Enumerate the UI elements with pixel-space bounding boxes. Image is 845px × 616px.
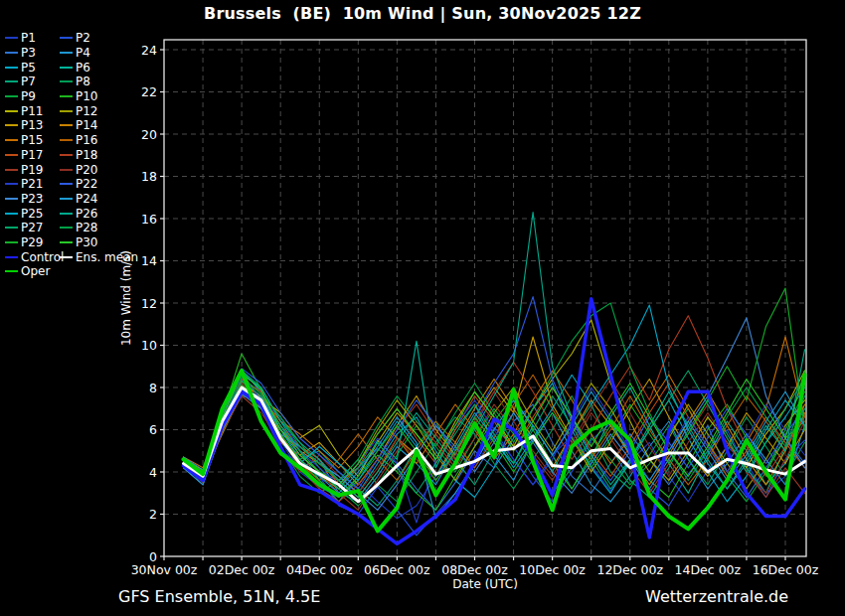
y-tick-label: 0 bbox=[149, 549, 157, 564]
plot-border bbox=[164, 40, 806, 556]
model-info-text: GFS Ensemble, 51N, 4.5E bbox=[118, 587, 320, 606]
x-tick-label: 14Dec 00z bbox=[675, 562, 742, 577]
x-axis-label: Date (UTC) bbox=[452, 577, 518, 591]
y-tick-label: 10 bbox=[141, 338, 157, 353]
x-tick-label: 04Dec 00z bbox=[286, 562, 353, 577]
y-tick-label: 18 bbox=[141, 169, 157, 184]
x-tick-label: 06Dec 00z bbox=[364, 562, 430, 577]
site-credit-text: Wetterzentrale.de bbox=[645, 587, 788, 606]
y-tick-label: 22 bbox=[141, 84, 157, 99]
y-tick-label: 20 bbox=[141, 127, 157, 142]
meteogram-page: Brussels (BE) 10m Wind | Sun, 30Nov2025 … bbox=[0, 0, 845, 616]
x-tick-label: 08Dec 00z bbox=[441, 562, 508, 577]
y-axis-label: 10m Wind (m/s) bbox=[119, 250, 133, 346]
y-tick-label: 14 bbox=[141, 253, 157, 268]
x-tick-label: 10Dec 00z bbox=[519, 562, 586, 577]
x-tick-label: 16Dec 00z bbox=[753, 562, 819, 577]
x-tick-label: 02Dec 00z bbox=[209, 562, 275, 577]
y-tick-label: 2 bbox=[149, 507, 157, 522]
x-tick-label: 12Dec 00z bbox=[596, 562, 663, 577]
x-tick-label: 30Nov 00z bbox=[131, 562, 198, 577]
wind-ensemble-chart: Date (UTC) 10m Wind (m/s) 30Nov 00z02Dec… bbox=[0, 0, 845, 616]
y-tick-label: 16 bbox=[141, 212, 157, 227]
y-tick-label: 12 bbox=[141, 296, 157, 311]
y-tick-label: 24 bbox=[141, 43, 157, 58]
y-tick-label: 4 bbox=[149, 465, 157, 480]
y-tick-label: 6 bbox=[149, 422, 157, 437]
y-tick-label: 8 bbox=[149, 381, 157, 395]
